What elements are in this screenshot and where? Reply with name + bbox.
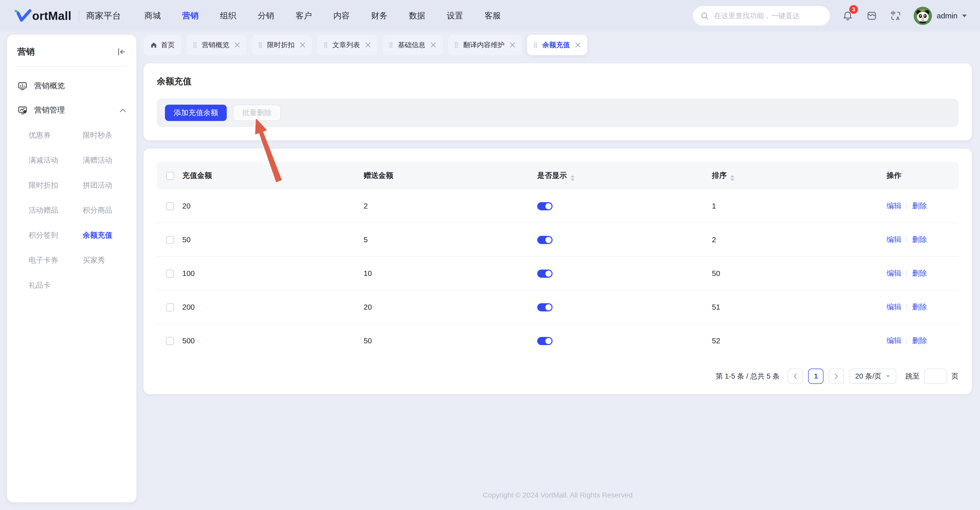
tab-close-icon[interactable] <box>234 42 240 48</box>
sidebar-subitem-0[interactable]: 优惠券 <box>29 130 83 140</box>
tab-home[interactable]: 首页 <box>143 35 181 55</box>
sidebar-subitem-8[interactable]: 积分签到 <box>29 230 83 240</box>
sidebar-subitem-10[interactable]: 电子卡券 <box>29 255 83 265</box>
sidebar-subitem-5[interactable]: 拼团活动 <box>83 180 126 191</box>
topnav-item-9[interactable]: 客服 <box>485 10 501 21</box>
tab-close-icon[interactable] <box>575 42 581 48</box>
page-number-button[interactable]: 1 <box>808 369 824 384</box>
tab-label: 首页 <box>161 40 175 49</box>
row-checkbox[interactable] <box>166 202 174 210</box>
col-gift: 赠送金额 <box>364 162 537 189</box>
edit-link[interactable]: 编辑 <box>886 269 901 277</box>
add-recharge-button[interactable]: 添加充值余额 <box>165 105 227 121</box>
notification-badge: 3 <box>849 5 858 14</box>
table-row-2: 100 10 50 编辑删除 <box>157 257 959 290</box>
edit-link[interactable]: 编辑 <box>886 303 901 311</box>
cell-sort: 50 <box>712 257 886 290</box>
delete-link[interactable]: 删除 <box>912 235 927 243</box>
col-sort: 排序 <box>712 162 886 189</box>
sidebar-subitem-4[interactable]: 限时折扣 <box>29 180 83 191</box>
topnav-item-3[interactable]: 分销 <box>258 10 274 21</box>
row-checkbox[interactable] <box>166 337 174 345</box>
tab-close-icon[interactable] <box>510 42 515 48</box>
row-checkbox[interactable] <box>166 270 174 278</box>
visible-toggle[interactable] <box>537 236 552 244</box>
tab-1[interactable]: 营销概览 <box>186 35 247 55</box>
visible-toggle[interactable] <box>537 270 552 278</box>
drag-handle-icon[interactable] <box>193 42 197 48</box>
topnav-item-8[interactable]: 设置 <box>447 10 463 21</box>
drag-handle-icon[interactable] <box>455 42 458 48</box>
delete-link[interactable]: 删除 <box>912 269 927 277</box>
sort-icons[interactable] <box>730 175 734 181</box>
edit-link[interactable]: 编辑 <box>886 202 901 210</box>
table-header-row: 充值金额 赠送金额 是否显示 排序 操作 <box>157 162 959 189</box>
tab-3[interactable]: 文章列表 <box>317 35 377 55</box>
edit-link[interactable]: 编辑 <box>886 235 901 243</box>
visible-toggle[interactable] <box>537 303 552 311</box>
topnav-item-4[interactable]: 客户 <box>296 10 312 21</box>
sort-icons[interactable] <box>570 175 574 181</box>
notifications-button[interactable]: 3 <box>842 10 854 22</box>
drag-handle-icon[interactable] <box>324 42 327 48</box>
collapse-sidebar-icon[interactable] <box>116 47 126 57</box>
username: admin <box>937 11 958 20</box>
cell-sort: 51 <box>712 290 886 324</box>
sidebar: 营销 营销概览 <box>7 35 136 502</box>
search-input[interactable] <box>713 11 822 21</box>
sidebar-subitem-12[interactable]: 礼品卡 <box>29 280 83 291</box>
sidebar-subitem-11[interactable]: 买家秀 <box>83 255 126 265</box>
prev-page-button[interactable] <box>788 369 803 384</box>
page-header-card: 余额充值 添加充值余额 批量删除 <box>143 63 972 140</box>
tab-close-icon[interactable] <box>431 42 436 48</box>
topnav-item-0[interactable]: 商城 <box>145 10 161 21</box>
tab-5[interactable]: 翻译内容维护 <box>448 35 522 55</box>
sidebar-subitem-1[interactable]: 限时秒杀 <box>83 130 126 140</box>
visible-toggle[interactable] <box>537 337 552 345</box>
row-checkbox[interactable] <box>166 236 174 244</box>
sidebar-subitem-2[interactable]: 满减活动 <box>29 155 83 165</box>
chevron-right-icon <box>834 373 839 379</box>
sidebar-item-marketing-overview[interactable]: 营销概览 <box>18 81 126 91</box>
sidebar-subitem-6[interactable]: 活动赠品 <box>29 205 83 215</box>
tab-6[interactable]: 余额充值 <box>527 35 587 55</box>
row-checkbox[interactable] <box>166 303 174 311</box>
visible-toggle[interactable] <box>537 202 552 210</box>
tab-label: 营销概览 <box>202 40 229 49</box>
tab-close-icon[interactable] <box>365 42 371 48</box>
tab-4[interactable]: 基础信息 <box>382 35 443 55</box>
topnav-item-7[interactable]: 数据 <box>409 10 425 21</box>
select-all-checkbox[interactable] <box>166 172 174 180</box>
table-row-1: 50 5 2 编辑删除 <box>157 223 959 257</box>
topnav-item-6[interactable]: 财务 <box>371 10 388 21</box>
delete-link[interactable]: 删除 <box>912 337 927 345</box>
delete-link[interactable]: 删除 <box>912 202 927 210</box>
user-menu[interactable]: admin <box>913 6 967 25</box>
drag-handle-icon[interactable] <box>389 42 393 48</box>
topnav-item-1[interactable]: 营销 <box>182 10 199 21</box>
monitor-gear-icon <box>18 105 27 115</box>
batch-delete-button[interactable]: 批量删除 <box>233 105 281 121</box>
topnav-item-2[interactable]: 组织 <box>220 10 237 21</box>
global-search[interactable] <box>693 6 830 25</box>
edit-link[interactable]: 编辑 <box>886 337 901 345</box>
tab-2[interactable]: 限时折扣 <box>252 35 312 55</box>
page-size-select[interactable]: 20 条/页 <box>849 369 896 384</box>
layout: 营销 营销概览 <box>0 32 980 502</box>
drag-handle-icon[interactable] <box>534 42 537 48</box>
sidebar-subitem-7[interactable]: 积分商品 <box>83 205 126 215</box>
topnav-item-5[interactable]: 内容 <box>334 10 350 21</box>
jump-page-input[interactable] <box>924 369 947 384</box>
language-button[interactable]: 中 A <box>889 10 902 22</box>
delete-link[interactable]: 删除 <box>912 303 927 311</box>
sidebar-subitem-3[interactable]: 满赠活动 <box>83 155 126 165</box>
next-page-button[interactable] <box>829 369 844 384</box>
tab-close-icon[interactable] <box>300 42 305 48</box>
workbench-button[interactable] <box>865 10 878 22</box>
page-unit-label: 页 <box>951 372 959 381</box>
drag-handle-icon[interactable] <box>258 42 262 48</box>
divider <box>16 67 127 67</box>
sidebar-item-marketing-management[interactable]: 营销管理 <box>18 105 126 115</box>
toggle-knob <box>546 203 552 209</box>
sidebar-subitem-9[interactable]: 余额充值 <box>83 230 126 240</box>
